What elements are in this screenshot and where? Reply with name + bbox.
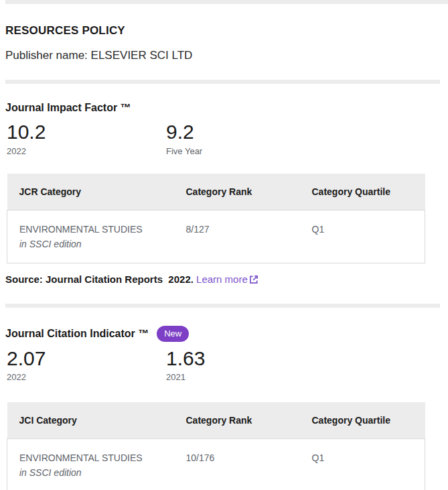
section-divider [5, 80, 440, 84]
journal-impact-factor-section: Journal Impact Factor ™ 10.2 2022 9.2 Fi… [0, 102, 448, 286]
new-badge: New [157, 326, 189, 342]
learn-more-link[interactable]: Learn more [196, 273, 258, 285]
jcr-category-header: JCR Category [7, 174, 186, 210]
category-name: ENVIRONMENTAL STUDIES [19, 452, 186, 463]
jcr-category-table: JCR Category Category Rank Category Quar… [7, 174, 425, 263]
jif-label-2022: 2022 [7, 146, 166, 156]
section-divider [5, 304, 440, 308]
jci-rank-cell: 10/176 [186, 439, 312, 490]
jci-metric-2022: 2.07 2022 [7, 347, 166, 383]
jci-category-header: JCI Category [7, 402, 186, 439]
table-row: ENVIRONMENTAL STUDIES in SSCI edition 10… [7, 439, 425, 490]
jif-metric-five-year: 9.2 Five Year [166, 121, 325, 156]
jci-label-2022: 2022 [7, 372, 166, 382]
jci-rank-header: Category Rank [186, 402, 312, 439]
category-edition: in SSCI edition [19, 467, 186, 478]
jif-metrics-row: 10.2 2022 9.2 Five Year [7, 121, 448, 156]
source-line: Source: Journal Citation Reports 2022. L… [5, 273, 448, 286]
category-edition: in SSCI edition [19, 239, 186, 249]
category-name: ENVIRONMENTAL STUDIES [19, 224, 186, 235]
jci-value-2022: 2.07 [7, 347, 166, 371]
jci-category-table: JCI Category Category Rank Category Quar… [7, 402, 425, 490]
jci-quartile-cell: Q1 [312, 439, 425, 490]
jif-metric-current: 10.2 2022 [7, 121, 166, 156]
external-link-icon [249, 275, 258, 286]
jci-category-cell: ENVIRONMENTAL STUDIES in SSCI edition [7, 439, 186, 490]
jif-label-five-year: Five Year [166, 146, 325, 156]
source-text: Source: Journal Citation Reports 2022. [5, 273, 194, 285]
jcr-rank-cell: 8/127 [186, 210, 312, 263]
jcr-table-header-row: JCR Category Category Rank Category Quar… [7, 174, 425, 210]
jci-label-2021: 2021 [166, 372, 325, 382]
jcr-category-cell: ENVIRONMENTAL STUDIES in SSCI edition [7, 210, 186, 263]
jcr-rank-header: Category Rank [186, 174, 312, 210]
jif-heading: Journal Impact Factor ™ [5, 102, 131, 114]
jcr-quartile-cell: Q1 [312, 210, 425, 263]
jci-heading: Journal Citation Indicator ™ [5, 328, 149, 340]
jcr-quartile-header: Category Quartile [312, 174, 425, 210]
page-title: RESOURCES POLICY [5, 24, 448, 38]
journal-citation-indicator-section: Journal Citation Indicator ™ New 2.07 20… [0, 326, 448, 490]
top-divider-bar [5, 0, 448, 4]
publisher-name: Publisher name: ELSEVIER SCI LTD [5, 49, 448, 62]
jci-metrics-row: 2.07 2022 1.63 2021 [7, 347, 448, 383]
jci-metric-2021: 1.63 2021 [166, 347, 325, 383]
learn-more-label: Learn more [196, 273, 248, 285]
jif-value-2022: 10.2 [7, 121, 166, 144]
jci-quartile-header: Category Quartile [312, 402, 425, 439]
jif-value-five-year: 9.2 [166, 121, 325, 144]
jci-value-2021: 1.63 [166, 347, 325, 371]
jci-table-header-row: JCI Category Category Rank Category Quar… [7, 402, 425, 439]
table-row: ENVIRONMENTAL STUDIES in SSCI edition 8/… [7, 210, 425, 263]
